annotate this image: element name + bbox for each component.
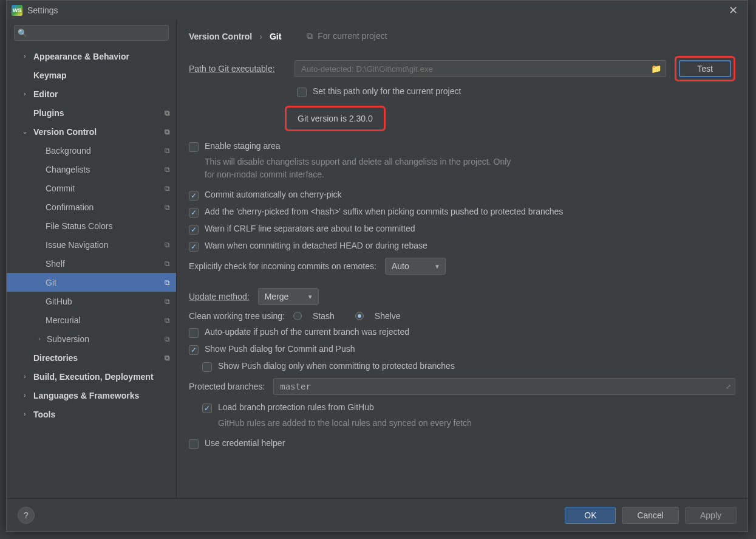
warn-detached-checkbox[interactable] — [189, 242, 199, 252]
sidebar-item-mercurial[interactable]: Mercurial⧉ — [7, 311, 176, 329]
copy-icon: ⧉ — [165, 241, 170, 249]
chevron-down-icon: ▼ — [307, 294, 313, 300]
sidebar-item-label: GitHub — [46, 297, 72, 306]
enable-staging-desc: This will disable changelists support an… — [205, 156, 520, 181]
protected-branches-label: Protected branches: — [189, 382, 265, 391]
git-path-label: Path to Git executable: — [189, 64, 286, 74]
enable-staging-label: Enable staging area — [205, 141, 281, 151]
apply-button[interactable]: Apply — [685, 507, 737, 524]
sidebar-item-label: Tools — [33, 410, 55, 419]
sidebar-item-confirmation[interactable]: Confirmation⧉ — [7, 197, 176, 216]
git-path-input[interactable] — [295, 60, 666, 77]
copy-icon: ⧉ — [165, 184, 170, 193]
sidebar-item-directories[interactable]: Directories⧉ — [7, 348, 176, 367]
titlebar: WS Settings ✕ — [7, 1, 747, 20]
close-icon[interactable]: ✕ — [723, 4, 743, 17]
add-suffix-row: Add the 'cherry-picked from <hash>' suff… — [189, 207, 735, 218]
warn-crlf-label: Warn if CRLF line separators are about t… — [205, 224, 415, 233]
sidebar-item-label: Subversion — [47, 334, 89, 344]
git-version-text: Git version is 2.30.0 — [298, 114, 373, 123]
shelve-label: Shelve — [375, 311, 401, 321]
sidebar-item-languages-frameworks[interactable]: ›Languages & Frameworks — [7, 386, 176, 405]
explicit-check-select[interactable]: Auto ▼ — [385, 258, 446, 275]
credential-helper-row: Use credential helper — [189, 438, 735, 449]
chevron-right-icon: › — [36, 335, 43, 342]
breadcrumb: Version Control › Git ⧉ For current proj… — [189, 31, 735, 41]
expand-icon[interactable]: ⤢ — [726, 383, 731, 391]
help-button[interactable]: ? — [18, 507, 35, 524]
load-github-rules-checkbox[interactable] — [202, 403, 212, 413]
show-push-dialog-row: Show Push dialog for Commit and Push — [189, 344, 735, 355]
sidebar-item-file-status-colors[interactable]: File Status Colors — [7, 216, 176, 235]
chevron-right-icon: › — [21, 411, 29, 417]
sidebar-item-tools[interactable]: ›Tools — [7, 405, 176, 424]
ok-button[interactable]: OK — [565, 507, 616, 524]
sidebar-item-github[interactable]: GitHub⧉ — [7, 292, 176, 311]
chevron-right-icon: › — [21, 373, 29, 380]
sidebar-item-label: Commit — [46, 184, 75, 193]
folder-icon[interactable]: 📁 — [651, 64, 661, 74]
explicit-check-row: Explicitly check for incoming commits on… — [189, 258, 735, 275]
copy-icon: ⧉ — [165, 203, 170, 211]
sidebar-item-subversion[interactable]: ›Subversion⧉ — [7, 329, 176, 348]
copy-icon: ⧉ — [165, 335, 170, 343]
chevron-right-icon: › — [21, 392, 29, 399]
enable-staging-checkbox[interactable] — [189, 142, 199, 152]
auto-update-push-row: Auto-update if push of the current branc… — [189, 327, 735, 338]
dialog-body: 🔍 ›Appearance & BehaviorKeymap›EditorPlu… — [7, 20, 747, 498]
sidebar-item-keymap[interactable]: Keymap — [7, 66, 176, 84]
sidebar-item-version-control[interactable]: ⌄Version Control⧉ — [7, 122, 176, 141]
test-button[interactable]: Test — [679, 60, 731, 77]
sidebar-search: 🔍 — [14, 25, 169, 41]
sidebar-item-background[interactable]: Background⧉ — [7, 141, 176, 160]
auto-update-push-checkbox[interactable] — [189, 328, 199, 338]
search-input[interactable] — [14, 25, 169, 41]
credential-helper-checkbox[interactable] — [189, 439, 199, 449]
chevron-right-icon: › — [21, 53, 29, 60]
git-path-row: Path to Git executable: 📁 Test — [189, 56, 735, 81]
settings-dialog: WS Settings ✕ 🔍 ›Appearance & BehaviorKe… — [6, 0, 748, 532]
sidebar-item-label: Editor — [33, 89, 58, 99]
copy-icon: ⧉ — [165, 109, 170, 117]
sidebar-item-shelf[interactable]: Shelf⧉ — [7, 254, 176, 273]
warn-crlf-checkbox[interactable] — [189, 225, 199, 235]
sidebar-item-git[interactable]: Git⧉ — [7, 273, 176, 292]
window-title: Settings — [27, 5, 723, 15]
set-path-only-checkbox[interactable] — [297, 88, 307, 97]
update-method-row: Update method: Merge ▼ — [189, 288, 735, 305]
add-suffix-checkbox[interactable] — [189, 208, 199, 218]
show-push-protected-checkbox[interactable] — [202, 362, 212, 372]
show-push-dialog-checkbox[interactable] — [189, 345, 199, 355]
copy-icon: ⧉ — [165, 165, 170, 174]
sidebar-item-label: Directories — [33, 353, 78, 363]
cherry-pick-row: Commit automatically on cherry-pick — [189, 190, 735, 201]
update-method-select[interactable]: Merge ▼ — [258, 288, 319, 305]
show-push-dialog-label: Show Push dialog for Commit and Push — [205, 344, 355, 354]
sidebar-item-plugins[interactable]: Plugins⧉ — [7, 103, 176, 122]
cherry-pick-checkbox[interactable] — [189, 191, 199, 201]
sidebar-item-label: Keymap — [33, 70, 66, 80]
copy-icon: ⧉ — [165, 146, 170, 155]
shelve-radio[interactable] — [355, 312, 364, 320]
chevron-down-icon: ⌄ — [21, 128, 29, 135]
credential-helper-label: Use credential helper — [205, 438, 285, 448]
git-path-input-wrap: 📁 — [295, 60, 666, 77]
sidebar-item-build-execution-deployment[interactable]: ›Build, Execution, Deployment — [7, 367, 176, 386]
sidebar-item-label: Confirmation — [46, 202, 94, 212]
sidebar-item-commit[interactable]: Commit⧉ — [7, 179, 176, 197]
sidebar-item-issue-navigation[interactable]: Issue Navigation⧉ — [7, 235, 176, 254]
search-icon: 🔍 — [18, 29, 27, 38]
chevron-right-icon: › — [21, 91, 29, 97]
breadcrumb-parent[interactable]: Version Control — [189, 32, 252, 41]
cancel-button[interactable]: Cancel — [622, 507, 679, 524]
sidebar-item-editor[interactable]: ›Editor — [7, 84, 176, 103]
breadcrumb-current: Git — [270, 32, 281, 41]
sidebar-item-changelists[interactable]: Changelists⧉ — [7, 160, 176, 179]
sidebar-item-label: Git — [46, 278, 56, 287]
clean-tree-label: Clean working tree using: — [189, 311, 285, 321]
sidebar-item-label: Changelists — [46, 165, 90, 174]
protected-branches-input[interactable]: master ⤢ — [273, 378, 735, 395]
load-github-rules-row: Load branch protection rules from GitHub — [202, 402, 735, 413]
sidebar-item-appearance-behavior[interactable]: ›Appearance & Behavior — [7, 47, 176, 66]
stash-radio[interactable] — [293, 312, 302, 320]
